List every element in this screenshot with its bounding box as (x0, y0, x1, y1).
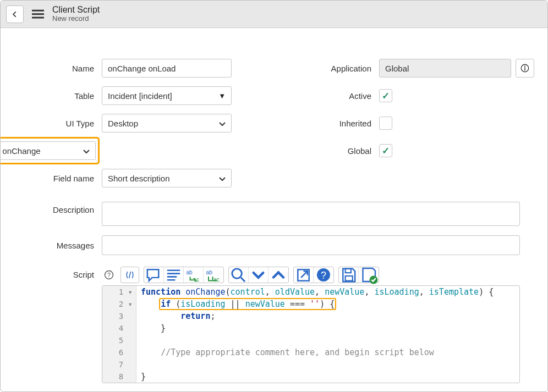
svg-rect-0 (32, 9, 44, 11)
code-line[interactable]: 5 (102, 334, 519, 346)
global-checkbox[interactable] (379, 144, 392, 157)
hamburger-icon (32, 9, 44, 19)
svg-rect-5 (524, 68, 525, 71)
script-label: Script (14, 267, 102, 279)
svg-rect-1 (32, 13, 44, 15)
application-input: Global (379, 59, 511, 78)
chevron-down-icon (219, 174, 226, 183)
gutter-number: 8 (102, 371, 136, 383)
type-select[interactable]: onChange (0, 141, 96, 160)
gutter-number: 3 (102, 310, 136, 322)
format-lines-icon[interactable] (164, 267, 184, 283)
messages-label: Messages (14, 241, 102, 250)
ui-type-select[interactable]: Desktop (102, 114, 232, 132)
ui-type-value: Desktop (108, 119, 138, 128)
editor-help-icon[interactable]: ? (102, 268, 116, 282)
name-label: Name (14, 64, 102, 73)
format-code-icon[interactable] (120, 267, 139, 283)
open-new-icon[interactable] (294, 267, 314, 283)
code-content (136, 334, 141, 346)
field-name-select[interactable]: Short description (102, 169, 232, 187)
script-editor[interactable]: 1 ▾function onChange(control, oldValue, … (102, 285, 520, 383)
code-content: } (136, 371, 146, 383)
field-name-value: Short description (108, 174, 170, 183)
back-button[interactable] (6, 5, 24, 23)
gutter-number: 6 (102, 346, 136, 358)
svg-text:ab: ab (206, 269, 213, 275)
save-icon[interactable] (339, 267, 359, 283)
description-label: Description (14, 202, 102, 214)
search-icon[interactable] (229, 267, 249, 283)
description-input[interactable] (102, 202, 520, 226)
svg-text:ac: ac (213, 276, 220, 283)
table-value: Incident [incident] (108, 91, 172, 101)
code-content: //Type appropriate comment here, and beg… (136, 346, 434, 358)
code-content (136, 358, 141, 371)
svg-point-12 (232, 268, 242, 278)
dropdown-caret-icon: ▼ (218, 92, 226, 100)
info-icon (520, 63, 530, 73)
replace-icon[interactable]: abac (184, 267, 204, 283)
code-content: function onChange(control, oldValue, new… (136, 286, 494, 298)
page-title: Client Script (52, 5, 100, 15)
svg-rect-17 (346, 275, 353, 280)
type-row-highlight: Type onChange (0, 137, 100, 164)
gutter-number: 7 (102, 358, 136, 371)
code-content: return; (136, 310, 215, 322)
global-label: Global (269, 146, 379, 156)
gutter-number: 2 ▾ (102, 298, 136, 310)
replace-all-icon[interactable]: abac (204, 267, 223, 283)
gutter-number: 4 (102, 322, 136, 334)
code-line[interactable]: 7 (102, 358, 519, 371)
script-toolbar: ? abac abac (102, 267, 520, 283)
name-input[interactable]: onChange onLoad (102, 59, 232, 78)
table-select[interactable]: Incident [incident] ▼ (102, 86, 232, 105)
svg-text:ab: ab (186, 269, 193, 275)
code-line[interactable]: 2 ▾ if (isLoading || newValue === '') { (102, 298, 519, 310)
inherited-label: Inherited (269, 119, 379, 128)
chevron-down-icon (219, 119, 226, 128)
code-content: } (136, 322, 166, 334)
application-label: Application (269, 64, 379, 73)
arrow-up-icon[interactable] (268, 267, 288, 283)
code-line[interactable]: 8 } (102, 371, 519, 383)
help-blue-icon[interactable]: ? (314, 267, 333, 283)
ui-type-label: UI Type (14, 119, 102, 128)
gutter-number: 1 ▾ (102, 286, 136, 298)
toggle-comment-icon[interactable] (144, 267, 164, 283)
code-line[interactable]: 4 } (102, 322, 519, 334)
save-check-icon[interactable] (359, 267, 379, 283)
code-line[interactable]: 1 ▾function onChange(control, oldValue, … (102, 286, 519, 298)
code-content: if (isLoading || newValue === '') { (136, 298, 335, 310)
inherited-checkbox[interactable] (379, 117, 392, 130)
form-header: Client Script New record (1, 1, 547, 28)
code-line[interactable]: 3 return; (102, 310, 519, 322)
active-checkbox[interactable] (379, 89, 392, 102)
name-value: onChange onLoad (108, 64, 176, 73)
table-label: Table (14, 91, 102, 101)
application-info-button[interactable] (516, 59, 534, 78)
active-label: Active (269, 91, 379, 101)
arrow-down-icon[interactable] (249, 267, 268, 283)
chevron-left-icon (11, 10, 19, 18)
code-line[interactable]: 6 //Type appropriate comment here, and b… (102, 346, 519, 358)
svg-text:?: ? (321, 270, 326, 281)
type-value: onChange (2, 146, 40, 156)
page-subtitle: New record (52, 15, 100, 23)
chevron-down-icon (83, 146, 90, 156)
svg-rect-2 (32, 16, 44, 18)
svg-text:?: ? (107, 272, 111, 278)
application-value: Global (385, 64, 409, 73)
svg-point-4 (524, 66, 525, 67)
field-name-label: Field name (14, 174, 102, 183)
messages-input[interactable] (102, 235, 520, 255)
context-menu-button[interactable] (29, 5, 47, 23)
gutter-number: 5 (102, 334, 136, 346)
